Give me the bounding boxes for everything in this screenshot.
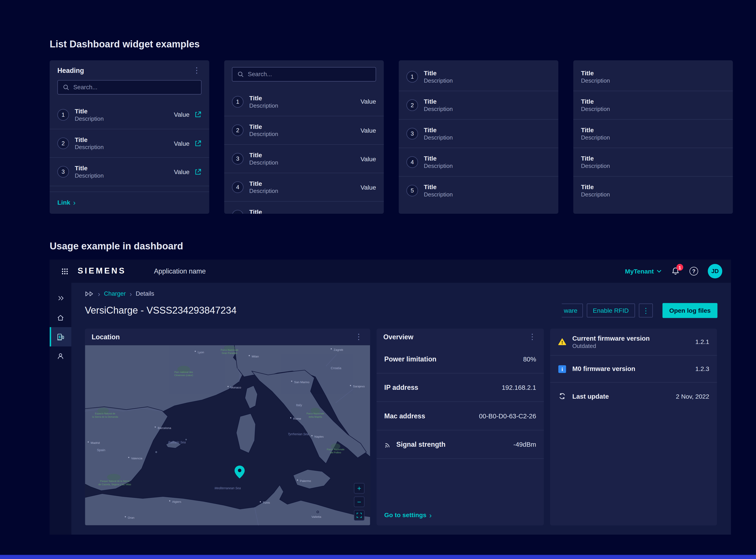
item-value: Value (360, 184, 376, 191)
open-log-files-button[interactable]: Open log files (662, 303, 717, 318)
item-value: Value (360, 212, 376, 214)
item-number-badge: 4 (232, 181, 243, 193)
kebab-menu-icon[interactable]: ⋮ (192, 67, 202, 74)
breadcrumb-details: Details (136, 291, 154, 297)
warning-icon (558, 338, 567, 346)
zoom-in-button[interactable]: + (354, 483, 364, 494)
map-label: del Pollino (330, 451, 341, 454)
fast-forward-icon[interactable] (85, 291, 94, 297)
help-button[interactable]: ? (689, 267, 698, 275)
list-item[interactable]: 1 TitleDescription (399, 62, 558, 91)
search-input[interactable] (248, 71, 371, 78)
map-label: Cévennes (cœur) (174, 374, 193, 377)
list-item[interactable]: 3 TitleDescription Value (224, 144, 384, 173)
item-description: Description (581, 134, 610, 141)
map-label: Mediterranean Sea (214, 486, 241, 490)
sidebar-item-charger[interactable] (50, 327, 71, 346)
map-label: Gran Paradiso (222, 352, 237, 354)
list-item[interactable]: 3 TitleDescription Value (50, 157, 209, 186)
breadcrumb-charger[interactable]: Charger (104, 291, 126, 297)
overview-panel: Overview ⋮ Power limitation 80% IP addre… (376, 329, 544, 526)
map-label: Milan (252, 355, 259, 358)
status-title: Last update (572, 393, 609, 400)
widget-list: 1 TitleDescription Value 2 TitleDescript… (224, 87, 384, 214)
tenant-name: MyTenant (625, 268, 654, 275)
list-item[interactable]: TitleDescription (573, 62, 733, 91)
card-footer-link[interactable]: Link (57, 199, 70, 206)
map-label: Parque Natural de la Sierra (100, 480, 130, 483)
list-item[interactable]: 2 TitleDescription Value (224, 116, 384, 144)
tenant-selector[interactable]: MyTenant (625, 268, 661, 275)
item-description: Description (424, 191, 453, 198)
item-description: Description (249, 102, 278, 109)
page-title: VersiCharge - VSSS234293847234 (85, 305, 237, 316)
map-controls: + − (354, 483, 364, 521)
app-switcher-icon[interactable] (56, 268, 73, 275)
list-item[interactable]: 1 TitleDescription Value (50, 100, 209, 129)
list-item[interactable]: 5 TitleDescription Value (224, 201, 384, 214)
list-item[interactable]: TitleDescription (573, 176, 733, 205)
list-item[interactable]: 5 TitleDescription (399, 176, 558, 205)
item-number-badge: 3 (232, 153, 243, 164)
kebab-menu-icon[interactable]: ⋮ (527, 333, 537, 341)
overview-row: Power limitation 80% (376, 345, 544, 374)
row-value: 80% (523, 355, 536, 363)
location-map[interactable]: Lyon Milan Zagreb Monaco San Marino Barc… (85, 345, 370, 526)
item-description: Description (424, 77, 453, 84)
map-label: Parco Nazionale (327, 448, 345, 451)
list-item[interactable]: TitleDescription (573, 148, 733, 176)
kebab-menu-icon[interactable]: ⋮ (354, 333, 363, 341)
list-item[interactable]: 2 TitleDescription (399, 91, 558, 119)
search-icon (237, 71, 244, 78)
map-label: Palermo (300, 479, 311, 483)
status-title: Current firmware version (572, 335, 650, 342)
map-label: Croatia (331, 366, 341, 370)
external-link-icon[interactable] (194, 168, 202, 175)
notifications-button[interactable]: 1 (671, 267, 680, 275)
chevron-separator: › (98, 291, 100, 297)
item-description: Description (424, 162, 453, 170)
item-title: Title (75, 136, 104, 143)
sidebar-expand-button[interactable] (50, 289, 71, 308)
map-label: Algiers (172, 500, 182, 504)
item-number-badge: 3 (57, 166, 69, 177)
list-item[interactable]: TitleDescription (573, 119, 733, 148)
item-description: Description (581, 106, 610, 112)
dashboard-example: SIEMENS Application name MyTenant 1 ? JD (50, 260, 731, 535)
map-label: Spain (97, 448, 105, 452)
list-item[interactable]: 4 TitleDescription (399, 148, 558, 176)
map-label: Barcelona (158, 426, 171, 430)
notification-badge: 1 (677, 264, 683, 271)
user-avatar[interactable]: JD (708, 264, 722, 278)
widget-card-numbered: 1 TitleDescription 2 TitleDescription 3 … (399, 60, 558, 214)
sidebar-item-home[interactable] (50, 308, 71, 327)
map-label: Balearic Sea (168, 441, 186, 444)
overview-row: IP address 192.168.2.1 (376, 374, 544, 402)
sidebar-item-user[interactable] (50, 346, 71, 366)
application-name: Application name (154, 267, 206, 275)
map-label: de Cazorla, Segura y las Villas (98, 483, 131, 486)
clipped-firmware-button[interactable]: ware (562, 304, 583, 317)
search-input[interactable] (73, 84, 196, 91)
item-description: Description (581, 191, 610, 198)
item-value: Value (360, 98, 376, 105)
enable-rfid-button[interactable]: Enable RFID (587, 304, 635, 317)
item-description: Description (249, 131, 278, 137)
external-link-icon[interactable] (194, 111, 202, 118)
item-description: Description (249, 159, 278, 166)
more-actions-button[interactable]: ⋮ (639, 304, 653, 317)
list-item[interactable]: 1 TitleDescription Value (224, 87, 384, 116)
go-to-settings-link[interactable]: Go to settings (384, 511, 426, 519)
external-link-icon[interactable] (194, 140, 202, 147)
fullscreen-button[interactable] (354, 510, 364, 521)
signal-strength-icon (384, 441, 392, 448)
person-icon (56, 352, 65, 360)
row-label: IP address (384, 384, 418, 392)
status-title: M0 firmware version (572, 365, 635, 373)
status-row: i M0 firmware version 1.2.3 (550, 356, 717, 383)
list-item[interactable]: 4 TitleDescription Value (224, 173, 384, 201)
zoom-out-button[interactable]: − (354, 496, 364, 507)
list-item[interactable]: 2 TitleDescription Value (50, 129, 209, 157)
list-item[interactable]: 3 TitleDescription (399, 119, 558, 148)
list-item[interactable]: TitleDescription (573, 91, 733, 119)
